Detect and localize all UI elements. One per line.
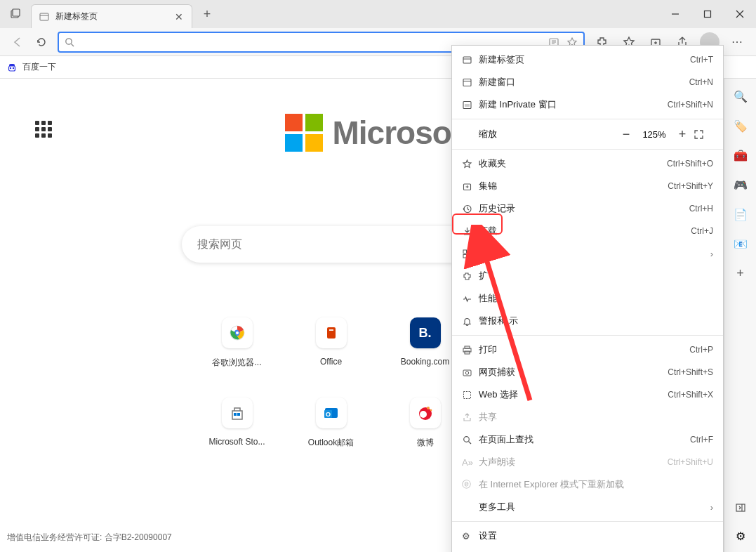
menu-new-tab[interactable]: 新建标签页Ctrl+T bbox=[452, 48, 723, 71]
office-sidebar-icon[interactable]: 📄 bbox=[733, 206, 748, 222]
quick-link[interactable]: 谷歌浏览器... bbox=[190, 317, 284, 395]
chevron-right-icon: › bbox=[710, 502, 713, 513]
svg-rect-26 bbox=[237, 413, 240, 416]
minimize-button[interactable] bbox=[659, 0, 691, 28]
star-icon bbox=[462, 159, 479, 169]
svg-rect-25 bbox=[234, 413, 237, 416]
right-sidebar: 🔍 🏷️ 🧰 🎮 📄 📧 + ⚙ bbox=[724, 79, 756, 552]
tab-close-button[interactable]: ✕ bbox=[173, 11, 185, 22]
search-icon bbox=[65, 37, 74, 47]
svg-rect-23 bbox=[327, 327, 336, 339]
collapse-sidebar-icon[interactable] bbox=[733, 500, 748, 515]
tab-title: 新建标签页 bbox=[55, 11, 173, 22]
svg-point-54 bbox=[465, 371, 468, 374]
back-button[interactable] bbox=[6, 30, 29, 54]
tools-sidebar-icon[interactable]: 🧰 bbox=[733, 147, 748, 163]
chevron-right-icon: › bbox=[710, 249, 713, 259]
svg-rect-55 bbox=[464, 391, 471, 398]
search-sidebar-icon[interactable]: 🔍 bbox=[733, 88, 748, 104]
menu-read-aloud: A»大声朗读Ctrl+Shift+U bbox=[452, 451, 723, 473]
outlook-sidebar-icon[interactable]: 📧 bbox=[733, 236, 748, 251]
menu-hide-sidebar[interactable]: 隐藏边栏Ctrl+Shift+/ bbox=[452, 547, 723, 552]
menu-find[interactable]: 在页面上查找Ctrl+F bbox=[452, 428, 723, 451]
window-controls bbox=[659, 0, 756, 28]
settings-menu-button[interactable]: ⋯ bbox=[724, 30, 750, 54]
settings-dropdown-menu: 新建标签页Ctrl+T 新建窗口Ctrl+N 新建 InPrivate 窗口Ct… bbox=[451, 45, 724, 552]
apps-icon bbox=[462, 249, 479, 259]
window-icon bbox=[462, 77, 479, 88]
quick-link[interactable]: Office bbox=[284, 317, 378, 395]
close-window-button[interactable] bbox=[724, 0, 756, 28]
search-placeholder: 搜索网页 bbox=[197, 237, 242, 252]
menu-collections[interactable]: 集锦Ctrl+Shift+Y bbox=[452, 175, 723, 197]
svg-rect-19 bbox=[9, 66, 15, 71]
bell-icon bbox=[462, 316, 479, 327]
bookmark-favicon bbox=[7, 62, 18, 73]
select-icon bbox=[462, 390, 479, 400]
svg-point-56 bbox=[464, 436, 470, 442]
menu-performance[interactable]: 性能 bbox=[452, 287, 723, 310]
svg-rect-41 bbox=[465, 104, 470, 107]
new-tab-button[interactable]: + bbox=[197, 4, 218, 25]
menu-new-inprivate[interactable]: 新建 InPrivate 窗口Ctrl+Shift+N bbox=[452, 93, 723, 116]
titlebar: 新建标签页 ✕ + bbox=[0, 0, 756, 28]
fullscreen-button[interactable] bbox=[694, 129, 713, 140]
menu-new-window[interactable]: 新建窗口Ctrl+N bbox=[452, 71, 723, 93]
svg-rect-5 bbox=[705, 11, 711, 18]
inprivate-icon bbox=[462, 100, 479, 110]
svg-line-57 bbox=[469, 441, 472, 444]
zoom-out-button[interactable]: − bbox=[615, 127, 637, 142]
svg-rect-48 bbox=[463, 254, 467, 258]
maximize-button[interactable] bbox=[691, 0, 724, 28]
svg-rect-36 bbox=[463, 57, 471, 63]
find-icon bbox=[462, 435, 479, 445]
tab-actions-button[interactable] bbox=[0, 8, 31, 20]
quick-link[interactable]: Microsoft Sto... bbox=[190, 397, 284, 475]
ie-icon: ⓔ bbox=[462, 478, 479, 491]
quick-link[interactable]: OOutlook邮箱 bbox=[284, 397, 378, 475]
menu-extensions[interactable]: 扩 bbox=[452, 265, 723, 287]
menu-ie-mode: ⓔ在 Internet Explorer 模式下重新加载 bbox=[452, 473, 723, 496]
games-sidebar-icon[interactable]: 🎮 bbox=[733, 177, 748, 192]
svg-rect-46 bbox=[463, 250, 467, 254]
heartbeat-icon bbox=[462, 294, 479, 304]
new-tab-icon bbox=[462, 55, 479, 65]
zoom-in-button[interactable]: + bbox=[671, 127, 694, 142]
menu-history[interactable]: 历史记录Ctrl+H bbox=[452, 197, 723, 220]
collections-icon bbox=[462, 181, 479, 192]
svg-point-18 bbox=[13, 67, 14, 68]
menu-settings[interactable]: ⚙设置 bbox=[452, 525, 723, 547]
menu-downloads[interactable]: 下载Ctrl+J bbox=[452, 220, 723, 242]
bookmark-label: 百度一下 bbox=[22, 61, 56, 73]
share-icon bbox=[462, 412, 479, 423]
menu-alerts[interactable]: 警报和 示 bbox=[452, 310, 723, 332]
browser-tab[interactable]: 新建标签页 ✕ bbox=[31, 4, 192, 28]
zoom-value: 125% bbox=[637, 129, 671, 140]
add-sidebar-icon[interactable]: + bbox=[733, 265, 748, 281]
gear-icon: ⚙ bbox=[462, 531, 479, 541]
svg-rect-24 bbox=[329, 329, 333, 331]
menu-capture[interactable]: 网页捕获Ctrl+Shift+S bbox=[452, 361, 723, 383]
menu-share: 共享 bbox=[452, 406, 723, 428]
menu-more-tools[interactable]: 更多工具› bbox=[452, 496, 723, 518]
shopping-sidebar-icon[interactable]: 🏷️ bbox=[733, 118, 748, 133]
menu-web-select[interactable]: Web 选择Ctrl+Shift+X bbox=[452, 383, 723, 406]
settings-sidebar-icon[interactable]: ⚙ bbox=[733, 528, 748, 544]
svg-text:O: O bbox=[325, 411, 330, 418]
bookmark-item[interactable]: 百度一下 bbox=[7, 61, 56, 73]
menu-apps[interactable]: 应用› bbox=[452, 242, 723, 265]
camera-icon bbox=[462, 367, 479, 378]
svg-point-32 bbox=[427, 407, 430, 409]
svg-point-8 bbox=[66, 38, 72, 44]
menu-print[interactable]: 打印Ctrl+P bbox=[452, 339, 723, 361]
svg-point-33 bbox=[430, 409, 432, 412]
svg-rect-53 bbox=[463, 370, 471, 376]
history-icon bbox=[462, 204, 479, 214]
footer-license: 增值电信业务经营许可证: 合字B2-20090007 bbox=[7, 532, 172, 544]
svg-line-9 bbox=[72, 44, 74, 46]
svg-rect-1 bbox=[13, 9, 20, 16]
refresh-button[interactable] bbox=[29, 30, 53, 54]
svg-point-22 bbox=[236, 331, 239, 334]
svg-rect-47 bbox=[468, 250, 472, 254]
menu-favorites[interactable]: 收藏夹Ctrl+Shift+O bbox=[452, 152, 723, 175]
